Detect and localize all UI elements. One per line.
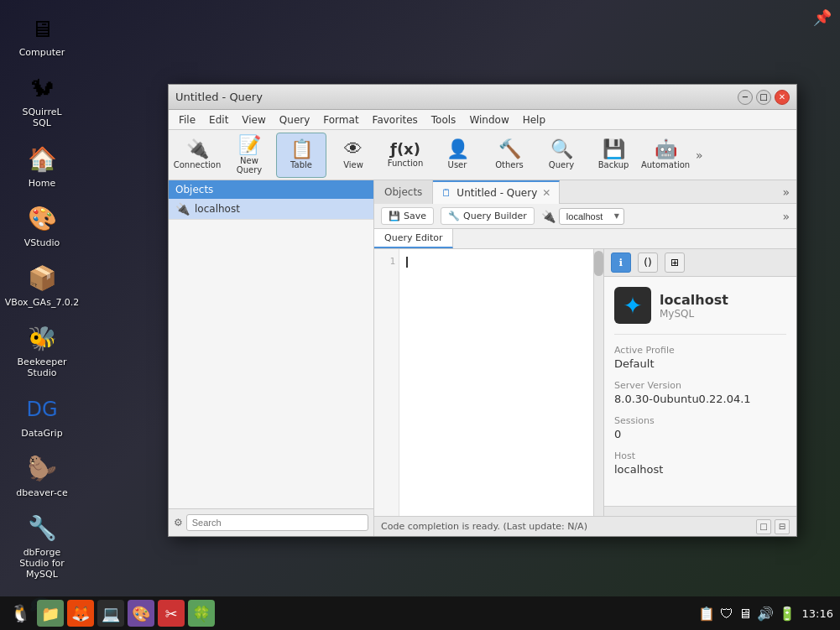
table-toolbar-icon: 📋 [290, 140, 313, 159]
toolbar-view-button[interactable]: 👁 View [328, 133, 378, 178]
connection-dropdown[interactable]: localhost [559, 208, 624, 225]
desktop-icons: 🖥 Computer 🐿 SQuirreL SQL 🏠 Home 🎨 VStud… [8, 8, 76, 630]
taskbar-gimp-icon[interactable]: 🎨 [128, 600, 154, 627]
menu-edit[interactable]: Edit [202, 112, 235, 128]
new-query-toolbar-label: New Query [227, 156, 272, 174]
toolbar-user-button[interactable]: 👤 User [432, 133, 483, 178]
menu-query[interactable]: Query [273, 112, 316, 128]
tray-clipboard-icon[interactable]: 📋 [698, 606, 715, 622]
title-bar: Untitled - Query − □ ✕ [169, 85, 796, 110]
editor-content[interactable] [399, 249, 593, 516]
beekeeper-label: Beekeeper Studio [12, 357, 72, 378]
status-message: Code completion is ready. (Last update: … [381, 521, 587, 532]
toolbar-new-query-button[interactable]: 📝 New Query [224, 133, 274, 178]
datagrip-icon: DG [25, 393, 59, 426]
menu-view[interactable]: View [235, 112, 272, 128]
maximize-button[interactable]: □ [756, 90, 771, 105]
info-tab-code-button[interactable]: () [638, 253, 658, 273]
info-field-active-profile: Active Profile Default [614, 345, 786, 370]
localhost-connection-icon: 🔌 [175, 202, 190, 216]
host-name: localhost [660, 292, 728, 308]
home-label: Home [29, 178, 55, 189]
status-icon-split-pane[interactable]: ⊟ [775, 519, 790, 534]
toolbar-table-button[interactable]: 📋 Table [276, 133, 326, 178]
minimize-button[interactable]: − [738, 90, 753, 105]
query-toolbar-label: Query [549, 160, 574, 169]
query-toolbar-icon: 🔍 [550, 140, 573, 159]
menu-format[interactable]: Format [316, 112, 365, 128]
active-profile-label: Active Profile [614, 345, 786, 356]
taskbar-files-icon[interactable]: 📁 [37, 600, 64, 627]
vstudio-label: VStudio [24, 237, 60, 248]
toolbar-connection-button[interactable]: 🔌 Connection [172, 133, 222, 178]
window-title: Untitled - Query [175, 91, 263, 103]
info-panel-scrollbar[interactable] [604, 506, 796, 516]
beekeeper-icon: 🐝 [25, 321, 59, 355]
desktop-icon-computer[interactable]: 🖥 Computer [8, 8, 76, 61]
search-input[interactable] [186, 514, 368, 531]
status-bar: Code completion is ready. (Last update: … [374, 516, 796, 536]
menu-file[interactable]: File [172, 112, 202, 128]
desktop-icon-dbeaver[interactable]: 🦫 dbeaver-ce [8, 449, 76, 502]
query-builder-button[interactable]: 🔧 Query Builder [441, 207, 535, 225]
menu-favorites[interactable]: Favorites [366, 112, 425, 128]
desktop-icon-dbforge[interactable]: 🔧 dbForge Studio for MySQL [8, 508, 76, 584]
tray-shield-icon[interactable]: 🛡 [720, 606, 733, 622]
desktop-icon-datagrip[interactable]: DG DataGrip [8, 389, 76, 442]
backup-toolbar-icon: 💾 [603, 140, 625, 159]
info-tab-grid-button[interactable]: ⊞ [665, 253, 685, 273]
untitled-query-tab[interactable]: 🗒 Untitled - Query ✕ [433, 180, 560, 204]
active-profile-value: Default [614, 357, 786, 370]
taskbar-right: 📋 🛡 🖥 🔊 🔋 13:16 [698, 606, 833, 622]
toolbar-backup-button[interactable]: 💾 Backup [588, 133, 639, 178]
taskbar-scissors-icon[interactable]: ✂ [158, 600, 185, 627]
tray-volume-icon[interactable]: 🔊 [757, 606, 774, 622]
server-version-value: 8.0.30-0ubuntu0.22.04.1 [614, 393, 786, 405]
close-button[interactable]: ✕ [775, 90, 790, 105]
info-panel-content: ✦ localhost MySQL Active Profile Default [604, 277, 796, 506]
query-editor-tab[interactable]: Query Editor [374, 229, 453, 248]
taskbar-terminal-icon[interactable]: 💻 [97, 600, 124, 627]
menu-tools[interactable]: Tools [425, 112, 463, 128]
info-field-sessions: Sessions 0 [614, 415, 786, 440]
desktop-icon-vbox[interactable]: 📦 VBox_GAs_7.0.2 [8, 258, 76, 311]
automation-toolbar-label: Automation [641, 160, 690, 169]
toolbar-query-button[interactable]: 🔍 Query [536, 133, 587, 178]
vertical-scrollbar[interactable] [593, 249, 603, 516]
taskbar-firefox-icon[interactable]: 🦊 [67, 600, 94, 627]
tray-display-icon[interactable]: 🖥 [738, 606, 752, 622]
tab-more-button[interactable]: » [775, 185, 796, 199]
query-tab-close-button[interactable]: ✕ [542, 187, 550, 199]
info-panel-tabs: ℹ () ⊞ [604, 249, 796, 277]
view-toolbar-label: View [343, 160, 363, 169]
connection-select-area: 🔌 localhost [541, 208, 624, 225]
toolbar-more-button[interactable]: » [692, 145, 707, 165]
info-tab-info-button[interactable]: ℹ [611, 253, 631, 273]
vbox-icon: 📦 [25, 262, 59, 295]
host-type: MySQL [660, 308, 728, 320]
connection-toolbar-label: Connection [174, 160, 222, 169]
dbforge-label: dbForge Studio for MySQL [12, 547, 72, 581]
desktop-icon-vstudio[interactable]: 🎨 VStudio [8, 199, 76, 252]
toolbar-others-button[interactable]: 🔨 Others [484, 133, 535, 178]
toolbar-automation-button[interactable]: 🤖 Automation [640, 133, 691, 178]
save-button[interactable]: 💾 Save [381, 207, 434, 225]
toolbar-function-button[interactable]: ƒ(x) Function [380, 133, 430, 178]
desktop-icon-home[interactable]: 🏠 Home [8, 139, 76, 192]
tray-battery-icon[interactable]: 🔋 [779, 606, 796, 622]
objects-tab[interactable]: Objects [374, 180, 433, 204]
query-toolbar-more-button[interactable]: » [782, 210, 790, 223]
status-icon-single-pane[interactable]: □ [756, 519, 771, 534]
taskbar-ubuntu-icon[interactable]: 🐧 [7, 600, 34, 627]
editor-info-split: 1 ℹ () ⊞ [374, 249, 796, 516]
query-editor-tab-label: Query Editor [384, 232, 442, 243]
desktop-icon-beekeeper[interactable]: 🐝 Beekeeper Studio [8, 318, 76, 382]
menu-window[interactable]: Window [462, 112, 515, 128]
taskbar-pidgin-icon[interactable]: 🍀 [188, 600, 215, 627]
search-settings-icon[interactable]: ⚙ [174, 517, 183, 528]
title-bar-controls: − □ ✕ [738, 90, 790, 105]
desktop-icon-squirrel[interactable]: 🐿 SQuirreL SQL [8, 68, 76, 132]
left-panel-localhost-item[interactable]: 🔌 localhost [169, 199, 373, 220]
scroll-thumb[interactable] [594, 251, 603, 276]
menu-help[interactable]: Help [516, 112, 552, 128]
